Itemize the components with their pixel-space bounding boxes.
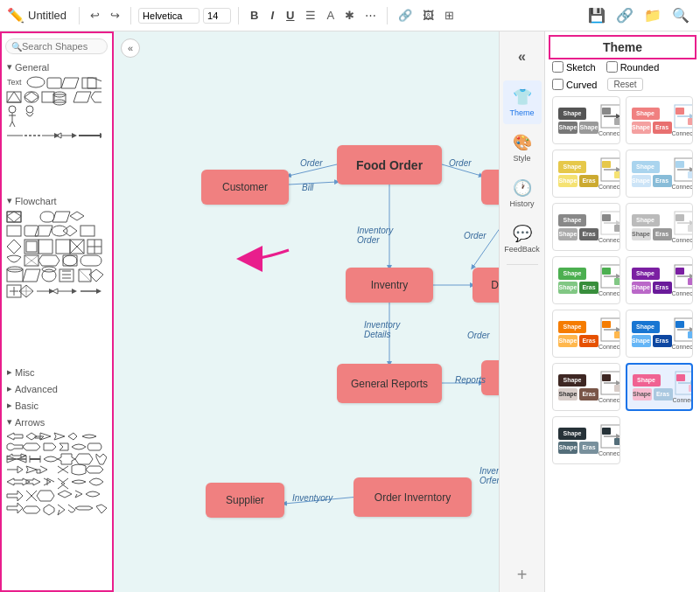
- share-button[interactable]: 🔗: [612, 5, 637, 25]
- search-shapes-input[interactable]: [22, 41, 88, 52]
- svg-rect-137: [688, 225, 693, 232]
- theme-shape-br-9: Eras: [579, 335, 598, 347]
- add-panel-button[interactable]: +: [517, 565, 528, 585]
- align-button[interactable]: ☰: [302, 7, 319, 24]
- redo-button[interactable]: ↪: [107, 7, 123, 24]
- theme-shape-top-2: Shape: [632, 108, 660, 120]
- theme-shape-bl-8: Shape: [632, 282, 651, 294]
- theme-shape-top-1: Shape: [558, 108, 586, 120]
- collapse-sidebar-button[interactable]: «: [121, 38, 140, 58]
- theme-card-4[interactable]: Shape Shape Eras: [626, 150, 694, 198]
- theme-connector-svg-8: [674, 264, 693, 289]
- section-advanced[interactable]: ▸ Advanced: [0, 380, 113, 396]
- underline-button[interactable]: U: [282, 7, 298, 24]
- theme-card-12[interactable]: Shape Shape Eras: [626, 363, 694, 411]
- section-basic[interactable]: ▸ Basic: [0, 396, 113, 413]
- toolbar-separator-3: [238, 7, 239, 24]
- theme-card-9[interactable]: Shape Shape Eras: [552, 310, 620, 358]
- svg-rect-116: [676, 108, 684, 115]
- search-shapes-container: 🔍: [5, 38, 108, 54]
- curved-checkbox[interactable]: [552, 79, 564, 90]
- svg-marker-31: [7, 212, 21, 222]
- sketch-checkbox[interactable]: [552, 61, 564, 73]
- node-inventory[interactable]: Inventry: [346, 268, 433, 303]
- theme-card-11[interactable]: Shape Shape Eras: [552, 363, 620, 411]
- theme-connector-svg-5: [600, 211, 620, 235]
- save-button[interactable]: 💾: [584, 5, 609, 25]
- section-general[interactable]: ▾ General: [0, 58, 113, 74]
- node-general-reports[interactable]: General Reports: [337, 364, 442, 403]
- search-top-button[interactable]: 🔍: [668, 5, 693, 25]
- svg-marker-3: [61, 78, 79, 88]
- theme-card-8[interactable]: Shape Shape Eras: [626, 256, 694, 304]
- node-customer[interactable]: Customer: [201, 170, 289, 205]
- collapse-right-button[interactable]: «: [503, 35, 542, 79]
- font-select[interactable]: [138, 8, 200, 24]
- theme-card-8-inner: Shape Shape Eras: [626, 257, 693, 303]
- svg-rect-36: [7, 226, 21, 236]
- undo-button[interactable]: ↩: [87, 7, 103, 24]
- svg-marker-32: [7, 212, 21, 222]
- node-food-order[interactable]: Food Order: [337, 145, 442, 185]
- curved-checkbox-label[interactable]: Curved: [552, 79, 597, 90]
- svg-marker-34: [52, 212, 70, 222]
- label-bill: Bill: [302, 183, 313, 192]
- theme-connector-col-7: Connector: [598, 264, 620, 296]
- sketch-label: Sketch: [566, 62, 596, 73]
- theme-shape-br-6: Eras: [653, 228, 672, 240]
- theme-card-3[interactable]: Shape Shape Eras: [552, 150, 620, 198]
- label-order-1: Order: [300, 158, 323, 168]
- section-misc-expand-icon: ▸: [7, 366, 12, 378]
- theme-card-7[interactable]: Shape Shape Eras: [552, 256, 620, 304]
- theme-connector-svg-3: [600, 157, 620, 182]
- node-order-inventory[interactable]: Order Inverntory: [354, 477, 472, 517]
- diagram-canvas[interactable]: «: [114, 31, 499, 592]
- section-basic-label: Basic: [15, 400, 38, 411]
- svg-marker-7: [7, 92, 21, 102]
- theme-shape-br-1: Shape: [579, 122, 598, 134]
- history-icon-button[interactable]: 🕐 History: [503, 171, 542, 215]
- svg-rect-132: [614, 225, 620, 232]
- section-arrows[interactable]: ▾ Arrows: [0, 413, 113, 429]
- theme-shapes-col-11: Shape Shape Eras: [558, 374, 598, 400]
- theme-icon-button[interactable]: 👕 Theme: [503, 80, 542, 124]
- sketch-checkbox-label[interactable]: Sketch: [552, 61, 596, 73]
- font-size-input[interactable]: [203, 8, 231, 24]
- label-inventory-orfer: InventoryOrfer: [480, 466, 499, 485]
- curved-label: Curved: [566, 80, 597, 90]
- image-button[interactable]: 🖼: [419, 7, 438, 24]
- folder-button[interactable]: 📁: [640, 5, 665, 25]
- node-kitchen[interactable]: Kitchen: [481, 170, 499, 205]
- rounded-checkbox-label[interactable]: Rounded: [606, 61, 660, 73]
- theme-shapes-col-10: Shape Shape Eras: [632, 321, 672, 347]
- section-arrows-expand-icon: ▾: [7, 416, 12, 428]
- node-supplier[interactable]: Supplier: [206, 483, 284, 518]
- theme-card-13[interactable]: Shape Shape Eras: [552, 416, 620, 464]
- section-misc[interactable]: ▸ Misc: [0, 363, 113, 380]
- svg-marker-88: [54, 433, 65, 440]
- text-color-button[interactable]: A: [323, 7, 338, 24]
- bold-button[interactable]: B: [246, 7, 262, 24]
- table-button[interactable]: ⊞: [441, 7, 458, 24]
- svg-rect-8: [24, 92, 38, 102]
- reset-theme-button[interactable]: Reset: [607, 78, 642, 91]
- theme-card-1[interactable]: Shape Shape Shape: [552, 96, 620, 144]
- svg-rect-146: [676, 268, 684, 275]
- theme-card-2[interactable]: Shape Shape Eras: [626, 96, 694, 144]
- label-inventory-order: InventoryOrder: [357, 226, 393, 245]
- feedback-icon-button[interactable]: 💬 FeedBack: [503, 217, 542, 261]
- theme-card-6[interactable]: Shape Shape Eras: [626, 203, 694, 251]
- theme-shape-bl-3: Shape: [558, 175, 578, 187]
- rounded-checkbox[interactable]: [606, 61, 618, 73]
- section-flowchart[interactable]: ▾ Flowchart: [0, 192, 113, 208]
- node-datastore[interactable]: Data Store: [472, 268, 499, 303]
- style-icon-button[interactable]: 🎨 Style: [503, 126, 542, 170]
- general-shapes: Text: [0, 74, 113, 192]
- italic-button[interactable]: I: [266, 7, 278, 24]
- format-button[interactable]: ✱: [341, 7, 358, 24]
- theme-card-5[interactable]: Shape Shape Eras: [552, 203, 620, 251]
- more-button[interactable]: ⋯: [361, 7, 380, 24]
- theme-card-10[interactable]: Shape Shape Eras: [626, 310, 694, 358]
- theme-shape-br-8: Eras: [653, 282, 672, 294]
- link-button[interactable]: 🔗: [395, 7, 416, 24]
